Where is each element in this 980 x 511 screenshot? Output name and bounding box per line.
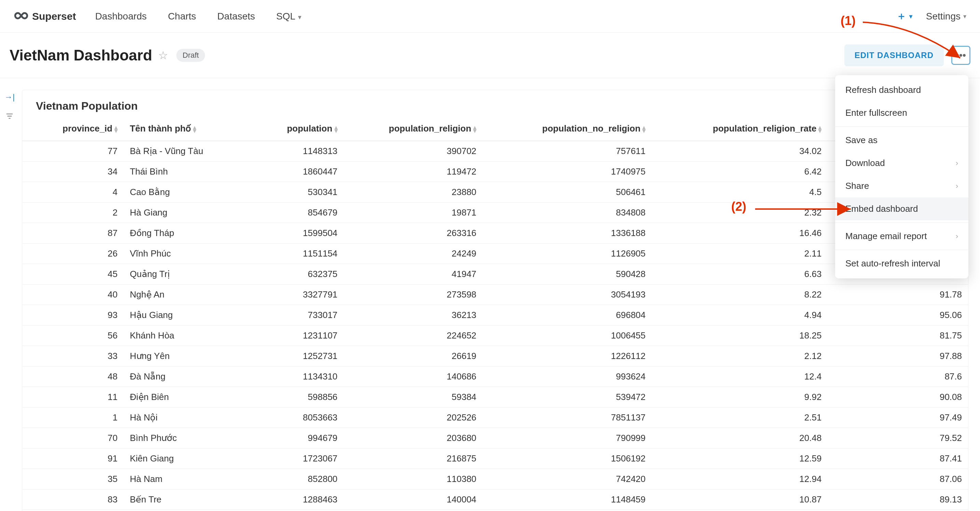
cell-pop: 8053663 (223, 408, 344, 428)
filter-icon[interactable] (5, 112, 14, 121)
menu-auto-refresh[interactable]: Set auto-refresh interval (835, 252, 968, 275)
cell-rate: 34.02 (652, 141, 827, 162)
cell-rel: 202526 (344, 408, 483, 428)
cell-rate: 12.4 (652, 367, 827, 387)
menu-share[interactable]: Share› (835, 175, 968, 197)
brand-logo[interactable]: Superset (14, 8, 76, 25)
cell-rel: 24249 (344, 244, 483, 264)
expand-icon[interactable]: →| (5, 92, 14, 102)
cell-city: Đà Nẵng (124, 367, 223, 387)
star-icon[interactable]: ☆ (158, 49, 168, 62)
col-pop-religion[interactable]: population_religion▴▾ (344, 116, 483, 141)
cell-id: 77 (22, 141, 124, 162)
nav-settings[interactable]: Settings▾ (926, 11, 966, 22)
table-row: 35Hà Nam85280011038074242012.9487.06 (22, 469, 968, 489)
cell-city: Quảng Trị (124, 264, 223, 284)
menu-download[interactable]: Download› (835, 152, 968, 175)
cell-id: 45 (22, 264, 124, 284)
menu-refresh[interactable]: Refresh dashboard (835, 79, 968, 102)
cell-rel: 224652 (344, 325, 483, 346)
cell-city: Hà Giang (124, 203, 223, 223)
cell-norel: 1006455 (482, 325, 652, 346)
cell-norel: 790999 (482, 428, 652, 449)
dashboard-header: VietNam Dashboard ☆ Draft EDIT DASHBOARD… (0, 33, 980, 78)
table-row: 33Hưng Yên12527312661912261122.1297.88 (22, 346, 968, 367)
cell-rate: 4.94 (652, 305, 827, 325)
nav-datasets[interactable]: Datasets (217, 11, 255, 22)
cell-id: 33 (22, 346, 124, 367)
cell-pop: 3327791 (223, 284, 344, 305)
cell-norel: 590428 (482, 264, 652, 284)
menu-save-as[interactable]: Save as (835, 129, 968, 152)
side-rail: →| (0, 78, 19, 511)
nav-sql[interactable]: SQL▾ (276, 11, 301, 22)
cell-id: 1 (22, 408, 124, 428)
cell-norel: 742420 (482, 469, 652, 489)
menu-fullscreen[interactable]: Enter fullscreen (835, 102, 968, 124)
cell-id: 87 (22, 223, 124, 244)
cell-city: Hà Nội (124, 408, 223, 428)
chevron-down-icon: ▾ (298, 13, 301, 21)
cell-norel: 993624 (482, 367, 652, 387)
cell-pop: 1252731 (223, 346, 344, 367)
chevron-right-icon: › (956, 182, 958, 190)
more-options-button[interactable]: ••• (951, 46, 970, 65)
cell-rel: 140686 (344, 367, 483, 387)
cell-id: 56 (22, 325, 124, 346)
col-population[interactable]: population▴▾ (223, 116, 344, 141)
cell-rel: 203680 (344, 428, 483, 449)
dashboard-actions-menu: Refresh dashboard Enter fullscreen Save … (835, 75, 968, 278)
nav-dashboards[interactable]: Dashboards (95, 11, 146, 22)
cell-last: 87.41 (827, 449, 968, 469)
table-row: 70Bình Phước99467920368079099920.4879.52 (22, 428, 968, 449)
cell-last: 95.06 (827, 305, 968, 325)
nav-charts[interactable]: Charts (168, 11, 196, 22)
cell-last: 97.88 (827, 346, 968, 367)
cell-last: 89.13 (827, 489, 968, 510)
cell-last: 87.06 (827, 469, 968, 489)
cell-id: 4 (22, 182, 124, 203)
table-row: 45Quảng Trị632375419475904286.6393.37 (22, 264, 968, 284)
edit-dashboard-button[interactable]: EDIT DASHBOARD (844, 44, 944, 66)
sort-icon: ▴▾ (115, 126, 118, 133)
col-religion-rate[interactable]: population_religion_rate▴▾ (652, 116, 827, 141)
sort-icon: ▴▾ (193, 126, 196, 133)
col-province-id[interactable]: province_id▴▾ (22, 116, 124, 141)
cell-last: 81.75 (827, 325, 968, 346)
cell-rel: 19871 (344, 203, 483, 223)
table-row: 34Thái Bình186044711947217409756.42 (22, 162, 968, 182)
cell-pop: 598856 (223, 387, 344, 408)
add-button[interactable]: ＋▾ (896, 9, 912, 23)
menu-email-report[interactable]: Manage email report› (835, 225, 968, 248)
cell-rate: 16.46 (652, 223, 827, 244)
table-row: 91Kiên Giang1723067216875150619212.5987.… (22, 449, 968, 469)
cell-city: Đồng Tháp (124, 223, 223, 244)
cell-pop: 1151154 (223, 244, 344, 264)
col-pop-no-religion[interactable]: population_no_religion▴▾ (482, 116, 652, 141)
cell-norel: 1506192 (482, 449, 652, 469)
cell-norel: 539472 (482, 387, 652, 408)
sort-icon: ▴▾ (643, 126, 646, 133)
table-row: 1Hà Nội805366320252678511372.5197.49 (22, 408, 968, 428)
chart-panel: Vietnam Population province_id▴▾ Tên thà… (22, 90, 968, 511)
infinity-icon (14, 8, 29, 25)
nav-links: Dashboards Charts Datasets SQL▾ (95, 11, 301, 22)
cell-norel: 834808 (482, 203, 652, 223)
cell-rel: 26619 (344, 346, 483, 367)
table-row: 15Yên Bái821030528007682306.4393.57 (22, 510, 968, 511)
cell-rel: 36213 (344, 305, 483, 325)
cell-rel: 119472 (344, 162, 483, 182)
cell-city: Hậu Giang (124, 305, 223, 325)
cell-last: 79.52 (827, 428, 968, 449)
cell-city: Kiên Giang (124, 449, 223, 469)
col-city[interactable]: Tên thành phố▴▾ (124, 116, 223, 141)
cell-id: 35 (22, 469, 124, 489)
cell-rate: 8.22 (652, 284, 827, 305)
brand-text: Superset (32, 11, 76, 22)
cell-pop: 1148313 (223, 141, 344, 162)
cell-rel: 140004 (344, 489, 483, 510)
cell-rate: 6.43 (652, 510, 827, 511)
chevron-right-icon: › (956, 232, 958, 241)
menu-embed[interactable]: Embed dashboard (835, 197, 968, 220)
cell-pop: 821030 (223, 510, 344, 511)
